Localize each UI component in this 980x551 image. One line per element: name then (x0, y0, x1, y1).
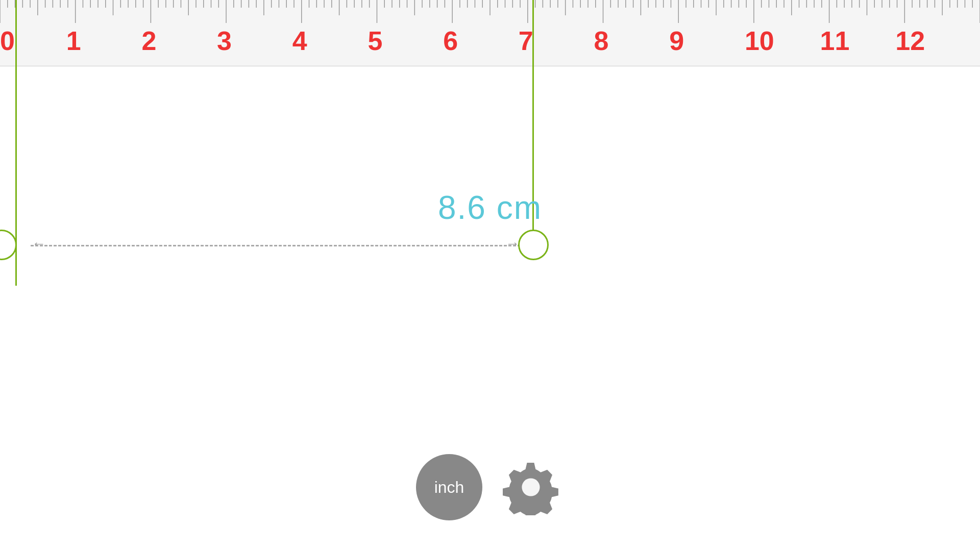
left-arrow-icon: ← (32, 236, 46, 252)
inch-button[interactable]: inch (416, 454, 482, 520)
measurement-display: 8.6 cm (438, 189, 542, 227)
ruler-number-12: 12 (895, 26, 925, 56)
ruler-number-6: 6 (443, 26, 458, 56)
ruler-number-8: 8 (594, 26, 609, 56)
ruler-number-4: 4 (292, 26, 307, 56)
left-handle[interactable] (0, 230, 17, 260)
ruler-number-2: 2 (141, 26, 156, 56)
settings-button[interactable] (498, 454, 564, 520)
ruler-number-9: 9 (669, 26, 684, 56)
svg-point-131 (522, 478, 540, 496)
right-handle[interactable] (518, 230, 549, 260)
bottom-controls: inch (416, 454, 564, 520)
gear-icon (503, 459, 559, 515)
ruler-number-5: 5 (368, 26, 382, 56)
ruler-number-7: 7 (519, 26, 533, 56)
ruler-number-10: 10 (745, 26, 774, 56)
ruler-number-3: 3 (217, 26, 232, 56)
right-arrow-icon: → (505, 236, 520, 252)
measurement-line (31, 245, 521, 246)
ruler-number-0: 0 (0, 26, 15, 56)
ruler-number-1: 1 (66, 26, 81, 56)
ruler-number-11: 11 (820, 26, 850, 56)
